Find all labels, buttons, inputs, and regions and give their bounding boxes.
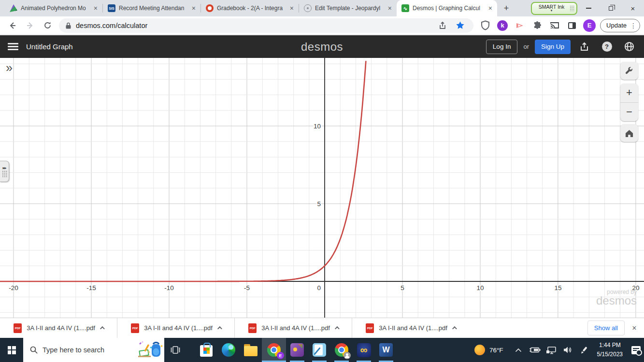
profile-avatar-button[interactable]: E: [582, 18, 597, 33]
default-viewport-button[interactable]: [620, 124, 638, 142]
battery-tray-icon[interactable]: [527, 347, 543, 353]
export-share-button[interactable]: [576, 40, 593, 54]
window-minimize-button[interactable]: [577, 0, 600, 16]
login-button[interactable]: Log In: [486, 40, 518, 54]
svg-text:5: 5: [401, 284, 404, 292]
desktop-screen: Animated Polyhedron Mo × SIS Record Meet…: [0, 0, 644, 362]
download-filename: 3A I-II and 4A IV (1....pdf: [379, 324, 447, 332]
share-button[interactable]: [435, 18, 450, 33]
taskbar-clock[interactable]: 1:44 PM 5/15/2023: [597, 341, 623, 359]
puzzle-icon: [533, 21, 542, 30]
browser-toolbar: desmos.com/calculator k E Update ⋮: [0, 16, 644, 35]
kami-extension-button[interactable]: k: [495, 18, 510, 33]
profile-badge-person: [343, 352, 351, 359]
chrome-update-button[interactable]: Update ⋮: [600, 19, 640, 32]
back-button[interactable]: [6, 19, 19, 32]
language-button[interactable]: [621, 40, 637, 54]
downloads-bar: PDF 3A I-II and 4A IV (1....pdf PDF 3A I…: [0, 318, 644, 338]
tab-close-icon[interactable]: ×: [387, 4, 393, 12]
task-view-button[interactable]: [164, 338, 186, 362]
zoom-out-button[interactable]: −: [620, 103, 638, 122]
graph-title[interactable]: Untitled Graph: [26, 42, 73, 51]
reload-icon: [43, 21, 52, 29]
tab-separator: [102, 4, 103, 13]
taskbar-app-chrome-active[interactable]: E: [262, 338, 286, 362]
tab-close-icon[interactable]: ×: [93, 4, 99, 12]
main-menu-button[interactable]: [8, 43, 18, 50]
microsoft-edge-icon: [222, 343, 235, 357]
home-icon: [625, 129, 634, 138]
window-restore-button[interactable]: [600, 0, 622, 16]
download-item[interactable]: PDF 3A I-II and 4A IV (1....pdf: [0, 318, 117, 338]
start-button[interactable]: [0, 338, 23, 362]
taskbar-app-file-explorer[interactable]: [240, 338, 262, 362]
tab-close-icon[interactable]: ×: [487, 4, 493, 12]
download-item[interactable]: PDF 3A I-II and 4A IV (1....pdf: [352, 318, 469, 338]
chevron-up-icon[interactable]: [335, 326, 340, 331]
taskbar-app-smart-notebook[interactable]: [308, 338, 330, 362]
tab-desmos-active[interactable]: ∿ Desmos | Graphing Calcul ×: [397, 0, 497, 16]
atom-icon: [304, 4, 312, 12]
network-tray-icon[interactable]: [543, 346, 559, 354]
pdf-file-icon: PDF: [131, 323, 139, 333]
tab-close-icon[interactable]: ×: [191, 4, 197, 12]
signup-button[interactable]: Sign Up: [535, 40, 571, 54]
desmos-logo: desmos: [301, 40, 343, 54]
tab-edit-template[interactable]: Edit Template - Jeopardyl ×: [299, 0, 397, 16]
tab-animated-polyhedron[interactable]: Animated Polyhedron Mo ×: [5, 0, 102, 16]
download-item[interactable]: PDF 3A I-II and 4A IV (1....pdf: [235, 318, 352, 338]
help-button[interactable]: ?: [599, 40, 615, 54]
smart-ink-button[interactable]: SMART Ink▼: [531, 2, 577, 15]
svg-text:5: 5: [317, 200, 321, 208]
hidden-icons-chevron[interactable]: [510, 348, 527, 352]
pen-tray-icon[interactable]: [576, 346, 592, 354]
graph-settings-button[interactable]: [620, 62, 638, 80]
svg-text:-15: -15: [86, 284, 96, 292]
show-all-downloads-button[interactable]: Show all: [587, 320, 625, 335]
side-panel-button[interactable]: [565, 18, 579, 33]
weather-temperature[interactable]: 76°F: [489, 347, 503, 354]
ethernet-icon: [546, 346, 557, 354]
taskbar-app-chrome-profile2[interactable]: [330, 338, 353, 362]
tab-gradebook[interactable]: Gradebook - 2(A - Integra ×: [201, 0, 299, 16]
chevron-up-icon[interactable]: [452, 326, 457, 331]
taskbar-app-smart-tools[interactable]: [286, 338, 308, 362]
action-center-button[interactable]: [628, 346, 644, 354]
tab-record-meeting[interactable]: SIS Record Meeting Attendan ×: [103, 0, 200, 16]
url-text[interactable]: desmos.com/calculator: [76, 22, 434, 29]
expression-panel-expand-button[interactable]: »: [6, 62, 13, 74]
wrench-icon: [625, 66, 634, 75]
smart-ink-side-toolbar[interactable]: ▶▶: [0, 161, 9, 182]
window-close-button[interactable]: ×: [622, 0, 644, 16]
taskbar-app-word[interactable]: W: [375, 338, 397, 362]
shield-extension-button[interactable]: [478, 18, 492, 33]
forward-button[interactable]: [23, 19, 37, 32]
chrome-menu-icon[interactable]: ⋮: [630, 22, 637, 29]
sis-icon: SIS: [108, 4, 115, 12]
chevron-up-icon[interactable]: [217, 326, 222, 331]
microsoft-word-icon: W: [379, 343, 393, 357]
bookmark-star-button[interactable]: [453, 18, 467, 33]
taskbar-app-microsoft-store[interactable]: [195, 338, 217, 362]
reload-button[interactable]: [41, 19, 54, 32]
drag-grip-icon[interactable]: [570, 5, 574, 11]
chevron-up-icon[interactable]: [100, 326, 105, 331]
zoom-in-button[interactable]: +: [620, 84, 638, 102]
address-bar[interactable]: desmos.com/calculator: [59, 18, 473, 33]
tab-close-icon[interactable]: ×: [289, 4, 295, 12]
tab-title: Edit Template - Jeopardyl: [315, 5, 384, 12]
new-tab-button[interactable]: +: [499, 1, 514, 15]
weather-sun-icon[interactable]: [474, 345, 485, 355]
taskbar-app-infinity[interactable]: ∞: [353, 338, 375, 362]
volume-tray-icon[interactable]: [559, 346, 576, 354]
system-tray: 76°F 1:44 PM 5/15/2023: [474, 338, 644, 362]
taskbar-app-microsoft-edge[interactable]: [217, 338, 240, 362]
taskbar-search-box[interactable]: Type here to search: [23, 338, 164, 362]
graph-canvas[interactable]: -20-15-10-505101520510: [0, 58, 644, 318]
pink-arrow-extension-button[interactable]: [513, 18, 527, 33]
task-view-icon: [171, 346, 180, 354]
downloads-bar-close-button[interactable]: ×: [625, 324, 644, 333]
cast-button[interactable]: [547, 18, 562, 33]
download-item[interactable]: PDF 3A I-II and 4A IV (1....pdf: [117, 318, 234, 338]
extensions-puzzle-button[interactable]: [530, 18, 544, 33]
